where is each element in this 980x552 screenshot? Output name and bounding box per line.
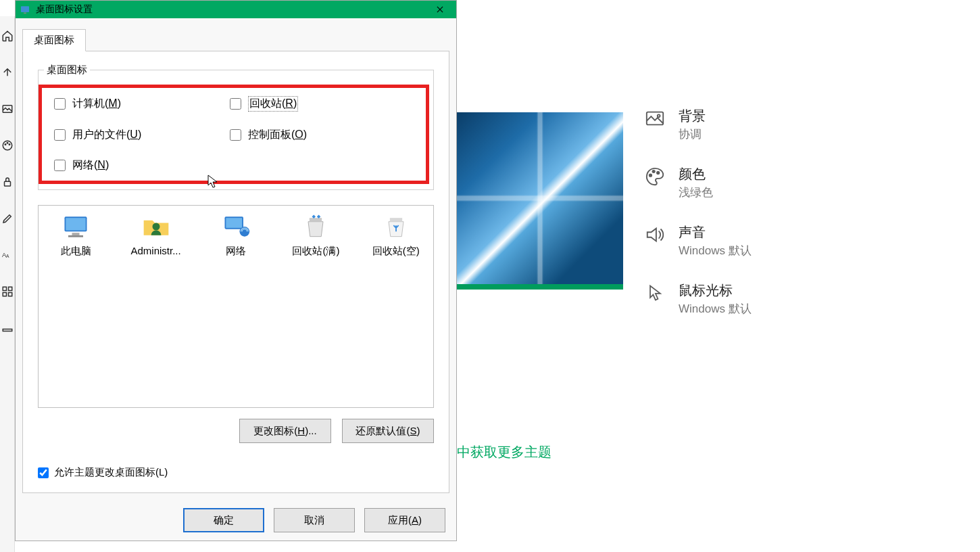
svg-rect-10 <box>3 293 6 296</box>
image-icon[interactable] <box>1 103 14 115</box>
svg-rect-8 <box>3 287 6 290</box>
preview-label: 回收站(空) <box>372 245 420 258</box>
svg-point-4 <box>9 144 10 145</box>
svg-rect-24 <box>390 218 402 222</box>
allow-theme-checkbox[interactable]: 允许主题更改桌面图标(L) <box>38 466 434 479</box>
dialog-footer: 确定 取消 应用(A) <box>16 500 456 540</box>
setting-sub: Windows 默认 <box>679 243 752 258</box>
recycle-full-icon <box>301 214 330 239</box>
setting-sub: 浅绿色 <box>679 185 713 200</box>
svg-point-3 <box>7 143 8 144</box>
group-legend: 桌面图标 <box>44 64 90 76</box>
home-icon[interactable] <box>1 30 14 42</box>
svg-point-19 <box>152 223 160 231</box>
close-button[interactable] <box>424 1 456 18</box>
restore-defaults-button[interactable]: 还原默认值(S) <box>342 419 434 443</box>
taskbar-icon[interactable] <box>1 322 14 334</box>
svg-rect-5 <box>4 181 10 186</box>
setting-sounds[interactable]: 声音 Windows 默认 <box>643 223 752 258</box>
svg-point-27 <box>650 174 652 176</box>
setting-title: 颜色 <box>679 165 713 183</box>
setting-cursor[interactable]: 鼠标光标 Windows 默认 <box>643 281 752 317</box>
cancel-button[interactable]: 取消 <box>274 508 355 532</box>
checkbox-users-files[interactable]: 用户的文件(U) <box>54 128 230 142</box>
user-folder-icon <box>141 214 171 239</box>
theme-settings-list: 背景 协调 颜色 浅绿色 声音 Windows 默认 鼠标光标 Windows … <box>643 107 752 317</box>
svg-rect-13 <box>21 6 29 12</box>
checkbox-recycle-input[interactable] <box>230 98 241 110</box>
svg-text:A: A <box>6 254 9 258</box>
preview-recycle-empty[interactable]: 回收站(空) <box>366 214 426 258</box>
svg-rect-14 <box>24 13 26 14</box>
checkbox-control-panel-input[interactable] <box>230 129 241 141</box>
setting-background[interactable]: 背景 协调 <box>643 107 752 142</box>
font-icon[interactable]: AA <box>1 249 14 261</box>
setting-sub: Windows 默认 <box>679 301 752 317</box>
checkbox-recycle[interactable]: 回收站(R) <box>230 96 414 112</box>
highlight-annotation: 计算机(M) 回收站(R) 用户的文件(U) 控制面板(O) <box>39 85 429 184</box>
icon-preview-box: 此电脑 Administr... 网络 <box>38 205 434 408</box>
cursor-setting-icon <box>643 281 666 304</box>
lock-icon[interactable] <box>1 176 14 188</box>
checkbox-control-panel[interactable]: 控制面板(O) <box>230 128 414 142</box>
preview-label: Administr... <box>131 245 181 256</box>
checkbox-network[interactable]: 网络(N) <box>54 158 230 172</box>
titlebar[interactable]: 桌面图标设置 <box>16 1 456 18</box>
grid-icon[interactable] <box>1 285 14 298</box>
svg-point-26 <box>658 114 660 117</box>
change-icon-button[interactable]: 更改图标(H)... <box>239 419 331 443</box>
svg-rect-12 <box>3 329 12 331</box>
background-icon <box>643 107 666 130</box>
sound-icon <box>643 223 666 246</box>
svg-rect-21 <box>226 218 242 228</box>
svg-rect-16 <box>66 218 86 230</box>
setting-sub: 协调 <box>679 127 706 142</box>
recycle-empty-icon <box>381 214 411 239</box>
allow-theme-input[interactable] <box>38 467 49 478</box>
checkbox-users-files-input[interactable] <box>54 129 66 141</box>
checkbox-computer-input[interactable] <box>54 98 66 110</box>
preview-admin[interactable]: Administr... <box>125 214 186 256</box>
tab-desktop-icons[interactable]: 桌面图标 <box>22 29 86 51</box>
svg-point-28 <box>652 170 654 172</box>
more-themes-link[interactable]: 中获取更多主题 <box>457 443 552 461</box>
setting-title: 背景 <box>679 107 706 125</box>
setting-colors[interactable]: 颜色 浅绿色 <box>643 165 752 200</box>
preview-label: 网络 <box>226 245 246 258</box>
desktop-icon-dialog: 桌面图标设置 桌面图标 桌面图标 计算机(M) <box>15 0 457 541</box>
arrow-icon[interactable] <box>1 66 14 78</box>
preview-label: 回收站(满) <box>292 245 339 258</box>
icon-group: 桌面图标 计算机(M) 回收站(R) 用户的文件(U) <box>38 64 434 190</box>
colors-icon <box>643 165 666 188</box>
svg-rect-17 <box>72 233 80 235</box>
svg-rect-9 <box>8 287 11 290</box>
network-icon <box>221 214 251 239</box>
preview-recycle-full[interactable]: 回收站(满) <box>285 214 346 258</box>
dialog-icon <box>20 4 30 15</box>
setting-title: 鼠标光标 <box>679 281 752 300</box>
dialog-title: 桌面图标设置 <box>36 3 93 16</box>
apply-button[interactable]: 应用(A) <box>364 508 445 532</box>
wallpaper-preview <box>457 112 623 290</box>
left-rail: AA <box>0 16 15 552</box>
svg-rect-11 <box>8 293 11 296</box>
checkbox-network-input[interactable] <box>54 160 66 171</box>
svg-rect-23 <box>310 218 322 222</box>
svg-point-2 <box>5 144 6 145</box>
setting-title: 声音 <box>679 223 752 242</box>
palette-icon[interactable] <box>1 139 14 152</box>
svg-rect-18 <box>68 235 83 237</box>
ok-button[interactable]: 确定 <box>183 508 264 532</box>
preview-network[interactable]: 网络 <box>205 214 266 258</box>
brush-icon[interactable] <box>1 212 14 225</box>
preview-label: 此电脑 <box>61 245 91 258</box>
svg-point-29 <box>657 172 659 174</box>
checkbox-computer[interactable]: 计算机(M) <box>54 96 230 112</box>
this-pc-icon <box>61 214 91 239</box>
preview-this-pc[interactable]: 此电脑 <box>45 214 106 258</box>
